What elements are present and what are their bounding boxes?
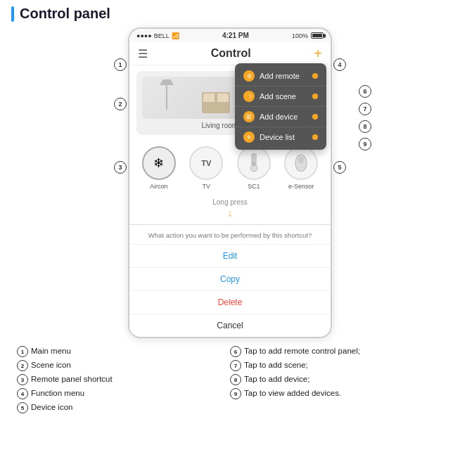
annot-7: 7 [359,103,371,115]
annot-9: 9 [359,138,371,150]
app-header: ☰ Control + ⚙ Add remote ☽ Add scene [129,42,331,65]
legend-num-1: 1 [17,346,28,357]
legend-num-8: 8 [230,374,241,385]
legend-text-5: Device icon [31,401,72,413]
action-sheet: What action you want to be performed by … [129,224,331,337]
legend-item-3: 3Remote panel shortcut [17,373,230,385]
device-esensor[interactable]: e-Sensor [284,146,318,190]
esensor-icon [284,146,318,180]
device-aircon[interactable]: ❄ Aircon [142,146,176,190]
legend-num-7: 7 [230,360,241,371]
long-press-arrow: ↓ [129,207,331,221]
legend-text-6: Tap to add remote control panel; [244,345,360,356]
legend-text-7: Tap to add scene; [244,359,308,371]
edit-button[interactable]: Edit [129,244,331,267]
dots-icon: ●●●● [136,32,152,39]
annot-5: 5 [333,161,346,174]
battery-icon [311,32,324,39]
add-device-icon: ⊞ [243,111,255,122]
annot-1: 1 [114,58,127,71]
status-left: ●●●● BELL 📶 [136,32,179,39]
legend-num-4: 4 [17,388,28,399]
add-remote-label: Add remote [260,72,300,80]
sc1-icon [237,146,271,180]
legend-right: 6Tap to add remote control panel;7Tap to… [230,345,443,413]
annot-2: 2 [114,98,127,110]
battery-label: 100% [292,32,308,39]
legend-text-2: Scene icon [31,359,71,371]
aircon-icon: ❄ [142,146,176,180]
legend-item-9: 9Tap to view added devices. [230,387,443,399]
phone-mockup: ●●●● BELL 📶 4:21 PM 100% ☰ Control + [128,27,332,338]
sc1-label: SC1 [248,183,260,190]
cancel-button[interactable]: Cancel [129,314,331,337]
legend-text-8: Tap to add device; [244,373,309,385]
legend-num-5: 5 [17,402,28,413]
legend-item-8: 8Tap to add device; [230,373,443,385]
legend-item-5: 5Device icon [17,401,230,413]
legend-num-6: 6 [230,346,241,357]
annot-4: 4 [333,58,346,71]
esensor-label: e-Sensor [288,183,314,190]
delete-button[interactable]: Delete [129,290,331,314]
legend-num-9: 9 [230,388,241,399]
device-sc1[interactable]: SC1 [237,146,271,190]
legend-num-2: 2 [17,360,28,371]
device-tv[interactable]: TV TV [189,146,223,190]
svg-rect-11 [253,162,255,166]
status-time: 4:21 PM [222,32,249,39]
device-list-icon: ≡ [243,131,255,143]
dropdown-device-list[interactable]: ≡ Device list [235,127,326,147]
svg-rect-3 [203,94,215,102]
add-remote-arrow [312,73,318,79]
plus-button[interactable]: + [314,46,322,60]
title-accent-bar [11,6,14,22]
legend-item-7: 7Tap to add scene; [230,359,443,371]
header-title: Control [211,47,251,60]
svg-marker-1 [160,79,174,85]
legend-item-4: 4Function menu [17,387,230,399]
action-sheet-prompt: What action you want to be performed by … [129,225,331,244]
hamburger-icon[interactable]: ☰ [138,47,148,60]
annot-6: 6 [359,85,371,98]
annot-3: 3 [114,161,127,174]
legend-item-6: 6Tap to add remote control panel; [230,345,443,357]
legend-left: 1Main menu2Scene icon3Remote panel short… [17,345,230,413]
dropdown-add-device[interactable]: ⊞ Add device [235,107,326,127]
aircon-label: Aircon [150,183,168,190]
carrier-label: BELL [154,32,170,39]
svg-rect-4 [217,94,229,102]
legend-text-3: Remote panel shortcut [31,373,113,385]
add-scene-label: Add scene [260,92,296,101]
page-title-section: Control panel [0,0,460,25]
annot-8: 8 [359,120,371,133]
legend-text-9: Tap to view added devices. [244,387,341,399]
page-title: Control panel [20,6,110,22]
phone-illustration: 1 2 3 4 5 6 7 8 9 ●●●● BELL 📶 4:21 PM [0,27,460,338]
add-remote-icon: ⚙ [243,70,255,82]
legend-num-3: 3 [17,374,28,385]
legend-text-4: Function menu [31,387,84,399]
legend-item-2: 2Scene icon [17,359,230,371]
tv-icon: TV [189,146,223,180]
legend: 1Main menu2Scene icon3Remote panel short… [0,338,460,413]
dropdown-add-remote[interactable]: ⚙ Add remote [235,66,326,86]
phone-outer-wrap: 1 2 3 4 5 6 7 8 9 ●●●● BELL 📶 4:21 PM [128,27,332,338]
status-bar: ●●●● BELL 📶 4:21 PM 100% [129,29,331,42]
device-list-arrow [312,134,318,140]
device-list-label: Device list [260,133,295,141]
dropdown-add-scene[interactable]: ☽ Add scene [235,86,326,107]
battery-fill [312,34,322,37]
long-press-label: Long press [129,194,331,207]
add-device-label: Add device [260,112,298,121]
tv-label: TV [202,183,210,190]
svg-point-13 [298,157,304,164]
wifi-icon: 📶 [172,32,179,39]
add-device-arrow [312,114,318,120]
add-scene-arrow [312,94,318,99]
copy-button[interactable]: Copy [129,267,331,290]
status-right: 100% [292,32,324,39]
dropdown-menu: ⚙ Add remote ☽ Add scene ⊞ Add device [235,63,326,150]
legend-text-1: Main menu [31,345,71,356]
add-scene-icon: ☽ [243,91,255,102]
